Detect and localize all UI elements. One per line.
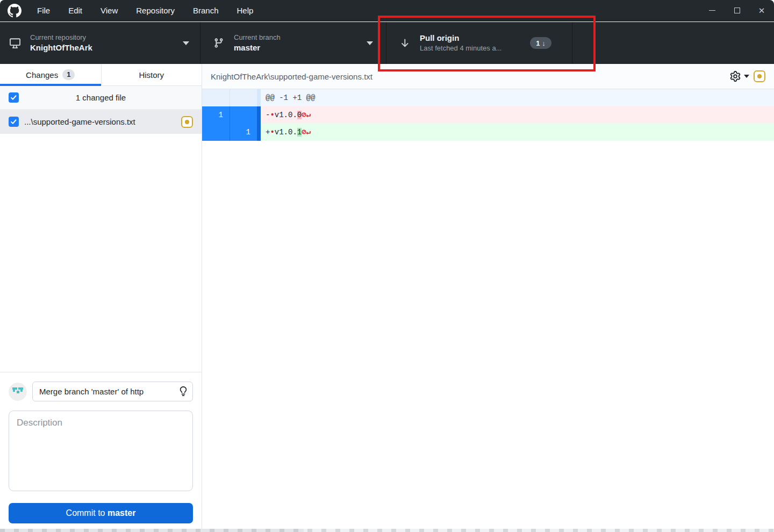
current-repository-value: KnightOfTheArk [30,42,92,53]
screen: File Edit View Repository Branch Help ✕ … [0,0,774,532]
file-name: ...\supported-game-versions.txt [24,117,181,126]
modified-dot [757,74,762,78]
arrow-down-small-icon: ↓ [542,39,546,47]
commit-panel: Commit to master [0,372,202,529]
line-text: v1.0. [275,111,297,119]
modified-dot [185,120,189,124]
toolbar: Current repository KnightOfTheArk Curren… [0,22,774,64]
chevron-down-icon [183,41,189,45]
gutter-strip [257,89,261,106]
commit-summary-row [9,382,193,401]
chevron-down-icon [744,75,749,78]
current-repository-button[interactable]: Current repository KnightOfTheArk [0,22,200,64]
diff-header-actions [730,70,765,82]
current-branch-label: Current branch [234,33,281,42]
window-controls: ✕ [700,0,774,21]
arrow-down-icon [398,37,411,49]
background-window-sliver [0,529,774,532]
new-line-number [230,106,257,124]
line-ending-icon: ↵ [306,128,311,136]
space-marker-icon: • [270,111,274,119]
git-branch-icon [212,37,225,49]
menu-bar: File Edit View Repository Branch Help [28,0,262,21]
github-desktop-window: File Edit View Repository Branch Help ✕ … [0,0,774,529]
diff-view: @@ -1 +1 @@ 1 -•v1.0.0⊘↵ 1 +•v1.0.1⊘↵ [202,89,774,141]
maximize-icon [734,8,740,13]
line-ending-icon: ↵ [306,111,311,119]
select-all-checkbox[interactable] [9,92,19,103]
menu-help[interactable]: Help [228,0,263,21]
old-line-gutter [202,89,230,106]
old-line-number [202,124,230,141]
pull-count: 1 [536,39,540,47]
main-panel: KnightOfTheArk\supported-game-versions.t… [202,64,774,529]
diff-added-line[interactable]: 1 +•v1.0.1⊘↵ [202,124,774,141]
changed-files-summary-label: 1 changed file [0,93,202,102]
commit-description-textarea[interactable] [9,411,193,491]
sidebar: Changes 1 History 1 changed file [0,64,202,529]
minimize-icon [709,10,715,11]
current-branch-button[interactable]: Current branch master [200,22,386,64]
pull-origin-subtitle: Last fetched 4 minutes a... [420,44,501,53]
diff-hunk-header-row: @@ -1 +1 @@ [202,89,774,106]
old-line-number: 1 [202,106,230,124]
gutter-strip [257,106,261,124]
menu-branch[interactable]: Branch [184,0,228,21]
current-branch-value: master [234,42,281,53]
desktop-icon [9,37,22,49]
menu-file[interactable]: File [28,0,59,21]
changed-text: 1 [297,128,302,136]
menu-edit[interactable]: Edit [59,0,91,21]
tab-history[interactable]: History [101,64,202,85]
toolbar-spacer [572,22,774,64]
app-body: Changes 1 History 1 changed file [0,64,774,529]
tab-history-label: History [139,70,164,80]
maximize-button[interactable] [725,0,749,21]
current-repository-label: Current repository [30,33,92,42]
avatar [9,383,27,401]
tab-changes-label: Changes [26,70,58,80]
tab-changes[interactable]: Changes 1 [0,64,101,85]
no-newline-icon: ⊘ [302,128,306,136]
hunk-header-text: @@ -1 +1 @@ [261,89,774,106]
check-icon [10,94,17,101]
menu-view[interactable]: View [91,0,127,21]
diff-removed-line[interactable]: 1 -•v1.0.0⊘↵ [202,106,774,124]
sidebar-tabs: Changes 1 History [0,64,202,86]
commit-button[interactable]: Commit to master [9,503,193,523]
commit-button-prefix: Commit to [66,508,108,517]
modified-status-icon [181,116,193,128]
titlebar: File Edit View Repository Branch Help ✕ [0,0,774,21]
added-line-content: +•v1.0.1⊘↵ [261,124,774,141]
changed-text: 0 [297,111,302,119]
file-list-item[interactable]: ...\supported-game-versions.txt [0,110,202,134]
file-path: KnightOfTheArk\supported-game-versions.t… [211,72,730,81]
diff-options-button[interactable] [730,71,749,82]
commit-button-branch: master [108,508,135,517]
file-checkbox[interactable] [9,117,19,127]
space-marker-icon: • [270,128,274,136]
modified-status-icon [754,70,765,82]
summary-field-wrap [32,382,193,401]
new-line-number: 1 [230,124,257,141]
changes-count-badge: 1 [62,69,75,80]
removed-line-content: -•v1.0.0⊘↵ [261,106,774,124]
menu-repository[interactable]: Repository [127,0,184,21]
gutter-strip [257,124,261,141]
line-text: v1.0. [275,128,297,136]
pull-origin-button[interactable]: Pull origin Last fetched 4 minutes a... … [386,22,572,64]
new-line-gutter [230,89,257,106]
file-list-empty-area [0,134,202,372]
chevron-down-icon [367,41,373,45]
pull-count-badge: 1 ↓ [530,37,551,49]
diff-file-header: KnightOfTheArk\supported-game-versions.t… [202,64,774,89]
no-newline-icon: ⊘ [302,111,306,119]
pull-origin-title: Pull origin [420,33,501,44]
changed-files-summary-row: 1 changed file [0,86,202,110]
lightbulb-icon[interactable] [178,386,188,396]
close-button[interactable]: ✕ [749,0,774,21]
minimize-button[interactable] [700,0,725,21]
gear-icon [730,71,741,82]
check-icon [10,118,17,125]
commit-summary-input[interactable] [32,382,193,401]
